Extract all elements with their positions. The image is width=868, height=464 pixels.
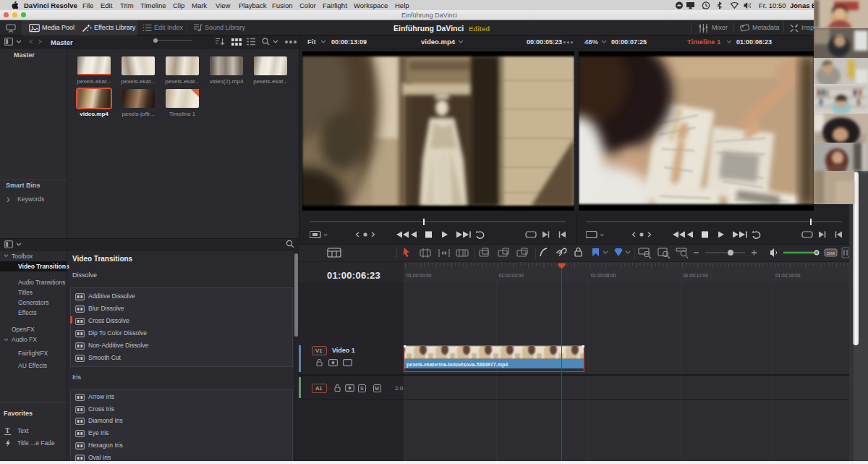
svg-text:01:00:08:00: 01:00:08:00 (591, 273, 616, 278)
svg-text:01:00:00:00: 01:00:00:00 (407, 273, 432, 278)
svg-text:pexels-ekaterina-bolovtsova-53: pexels-ekaterina-bolovtsova-5384977.mp4 (407, 362, 508, 368)
svg-text:DIM: DIM (827, 251, 835, 256)
svg-text:01:00:04:00: 01:00:04:00 (499, 273, 524, 278)
svg-text:01:00:12:00: 01:00:12:00 (684, 273, 709, 278)
svg-text:01:00:16:00: 01:00:16:00 (775, 273, 801, 278)
